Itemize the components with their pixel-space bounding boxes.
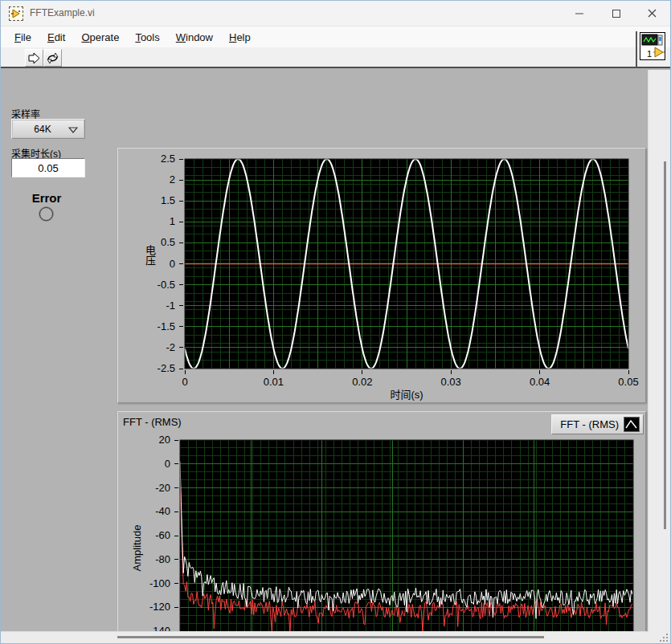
maximize-button[interactable] <box>598 1 634 26</box>
vi-file-icon <box>9 6 23 21</box>
x-tick-label: 0.05 <box>618 376 638 388</box>
run-button[interactable] <box>25 49 43 67</box>
vertical-scrollbar-thumb[interactable] <box>664 161 666 529</box>
y-tick-label: -0.5 <box>158 279 175 291</box>
vi-badge-number: 1 <box>647 49 652 59</box>
maximize-icon <box>612 10 620 18</box>
waveform-chart[interactable]: 电压 时间(s) 2.521.510.50-0.5-1-1.5-2-2.500.… <box>117 148 646 403</box>
vi-front-panel-window: FFTExample.vi FileEditOperateToolsWindow… <box>0 0 671 644</box>
error-led-indicator <box>39 207 53 221</box>
fft-y-axis-label: Amplitude <box>131 516 143 581</box>
horizontal-scrollbar[interactable] <box>1 631 648 644</box>
fft-graph[interactable]: FFT - (RMS) FFT - (RMS) Amplitude Freque… <box>117 411 646 644</box>
waveform-x-axis-label: 时间(s) <box>185 386 628 401</box>
x-tick-label: 0 <box>182 376 187 388</box>
minimize-button[interactable] <box>562 1 598 26</box>
y-tick-label: -1.5 <box>158 320 175 332</box>
x-tick-label: 0.03 <box>441 376 461 388</box>
y-tick-label: -80 <box>155 553 170 565</box>
menu-item-help[interactable]: Help <box>222 29 258 46</box>
y-tick-label: 0.5 <box>161 236 175 248</box>
sample-rate-dropdown[interactable]: 64K <box>11 119 85 139</box>
menu-item-operate[interactable]: Operate <box>74 29 126 46</box>
y-tick-label: -2.5 <box>158 362 175 374</box>
window-title: FFTExample.vi <box>30 7 95 18</box>
waveform-plot-area[interactable] <box>118 149 645 402</box>
y-tick-label: 20 <box>159 434 170 446</box>
menu-item-file[interactable]: File <box>7 29 39 46</box>
menu-item-window[interactable]: Window <box>169 29 220 46</box>
y-tick-label: -20 <box>155 482 170 494</box>
waveform-y-axis-label: 电压 <box>142 245 158 266</box>
fft-plot-area[interactable] <box>118 412 645 644</box>
run-arrow-icon <box>27 51 42 66</box>
y-tick-label: 1.5 <box>161 194 175 206</box>
duration-input[interactable]: 0.05 <box>11 158 85 177</box>
y-tick-label: -60 <box>155 529 170 541</box>
x-tick-label: 0.02 <box>352 376 372 388</box>
resize-grip[interactable] <box>658 632 668 642</box>
close-button[interactable] <box>634 1 670 26</box>
x-tick-label: 0.01 <box>264 376 284 388</box>
sample-rate-value: 64K <box>34 124 51 135</box>
y-tick-label: 0 <box>165 458 170 470</box>
y-tick-label: 1 <box>170 215 175 227</box>
run-continuous-button[interactable] <box>43 49 62 67</box>
vertical-scrollbar[interactable] <box>648 70 670 644</box>
y-tick-label: -2 <box>166 341 175 353</box>
y-tick-label: -100 <box>149 577 170 589</box>
y-tick-label: 0 <box>170 258 175 270</box>
menu-bar: FileEditOperateToolsWindowHelp <box>1 26 670 47</box>
y-tick-label: 2.5 <box>161 153 175 165</box>
toolbar-separator <box>636 31 637 68</box>
x-tick-label: 0.04 <box>530 376 550 388</box>
front-panel: 采样率 64K 采集时长(s) 0.05 Error 电压 时间(s) 2.52… <box>1 70 648 631</box>
title-bar[interactable]: FFTExample.vi <box>1 1 670 26</box>
y-tick-label: -120 <box>149 601 170 613</box>
y-tick-label: -1 <box>166 300 175 312</box>
toolbar: 1 <box>1 47 670 68</box>
menu-item-edit[interactable]: Edit <box>40 29 72 46</box>
horizontal-scrollbar-thumb[interactable] <box>117 636 544 638</box>
menu-item-tools[interactable]: Tools <box>128 29 166 46</box>
chevron-down-icon <box>68 127 78 133</box>
run-continuous-icon <box>45 51 60 66</box>
y-tick-label: 2 <box>170 173 175 185</box>
error-label: Error <box>1 191 92 205</box>
y-tick-label: -40 <box>155 505 170 517</box>
vi-icon-badge[interactable]: 1 <box>640 32 665 60</box>
